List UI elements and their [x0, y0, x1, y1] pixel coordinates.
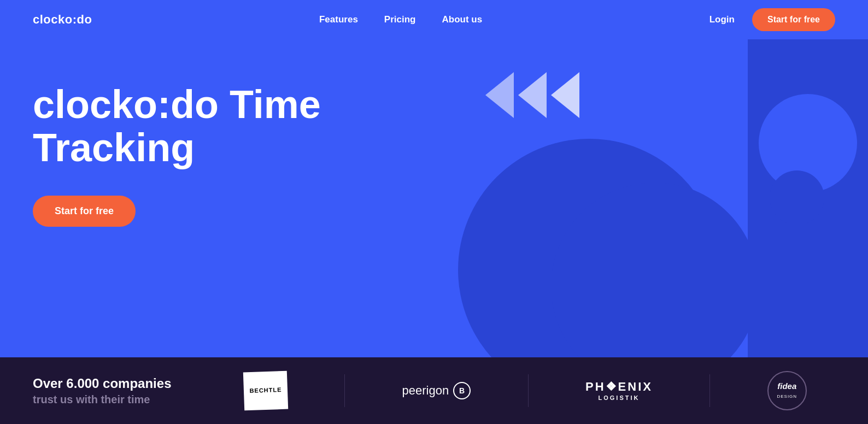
hero-cta-button[interactable]: Start for free	[33, 196, 136, 227]
arch-decoration	[748, 39, 868, 357]
rewind-arrows-icon	[485, 72, 579, 118]
bottom-banner: Over 6.000 companies trust us with their…	[0, 357, 868, 424]
brand-logo[interactable]: clocko:do	[33, 13, 92, 27]
hero-section: clocko:do Time Tracking Start for free	[0, 39, 868, 357]
arrow-1-icon	[485, 72, 514, 118]
companies-tagline: trust us with their time	[33, 393, 171, 406]
nav-links: Features Pricing About us	[319, 14, 482, 25]
arch-inner-decoration	[770, 170, 824, 225]
nav-about[interactable]: About us	[442, 14, 482, 25]
partner-logos: BECHTLE peerigon B PH❖ENIX LOGISTIK fide…	[215, 371, 835, 410]
phoenix-logo: PH❖ENIX LOGISTIK	[585, 380, 653, 402]
navbar-right: Login Start for free	[709, 8, 835, 31]
divider-2	[528, 374, 529, 407]
navbar-cta-button[interactable]: Start for free	[752, 8, 835, 31]
banner-text-block: Over 6.000 companies trust us with their…	[33, 376, 171, 406]
peerigon-badge: B	[453, 382, 471, 399]
hero-title: clocko:do Time Tracking	[33, 83, 339, 169]
arch-circle-decoration	[759, 94, 857, 192]
arrow-3-icon	[551, 72, 579, 118]
hero-content: clocko:do Time Tracking Start for free	[33, 83, 339, 227]
hero-decorations	[376, 39, 868, 357]
fidea-logo: fidea DESIGN	[767, 371, 807, 410]
nav-features[interactable]: Features	[319, 14, 358, 25]
companies-count: Over 6.000 companies	[33, 376, 171, 391]
peerigon-logo: peerigon B	[402, 382, 471, 399]
arrow-2-icon	[518, 72, 547, 118]
divider-3	[709, 374, 710, 407]
navbar: clocko:do Features Pricing About us Logi…	[0, 0, 868, 39]
divider-1	[344, 374, 345, 407]
login-link[interactable]: Login	[709, 14, 735, 25]
bechtle-logo: BECHTLE	[243, 371, 288, 411]
nav-pricing[interactable]: Pricing	[384, 14, 416, 25]
